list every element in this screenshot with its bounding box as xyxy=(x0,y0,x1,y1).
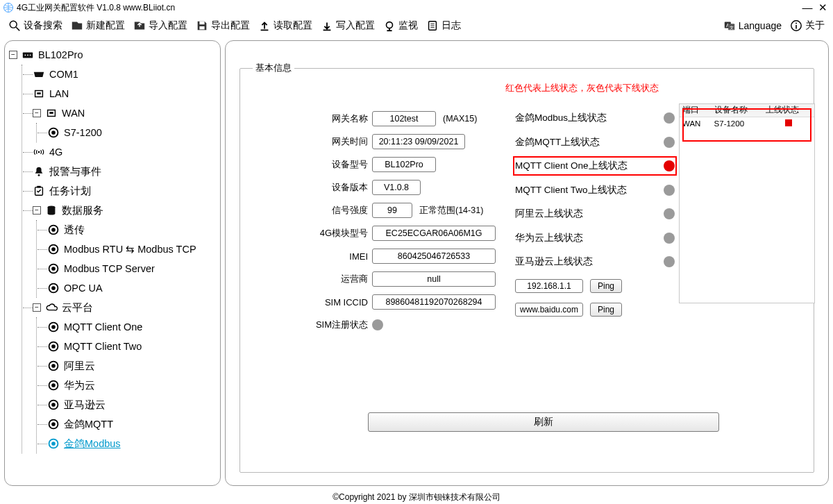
collapse-icon[interactable]: − xyxy=(33,206,41,215)
toolbar-import[interactable]: 导入配置 xyxy=(129,16,192,35)
svg-point-29 xyxy=(38,151,40,153)
tree-com1[interactable]: COM1 xyxy=(22,65,217,84)
module-value: EC25ECGAR06A06M1G xyxy=(372,226,496,241)
svg-rect-32 xyxy=(37,186,40,188)
device-tree[interactable]: − BL102Pro COM1 LAN −WAN S7-1200 4G 报警与事… xyxy=(4,40,221,486)
status-label: 金鸽Modbus上线状态 xyxy=(515,112,657,124)
bullet-icon xyxy=(47,360,60,372)
collapse-icon[interactable]: − xyxy=(33,303,41,312)
wan-icon xyxy=(45,107,58,119)
search-icon xyxy=(8,19,21,32)
toolbar-write[interactable]: 写入配置 xyxy=(317,16,379,35)
status-row: 金鸽Modbus上线状态 xyxy=(515,110,675,126)
tree-cloud-hw[interactable]: 华为云 xyxy=(37,376,217,395)
ping-address[interactable]: www.baidu.com xyxy=(515,303,583,317)
toolbar-search[interactable]: 设备搜索 xyxy=(4,16,67,35)
row-carrier: 运营商null xyxy=(312,271,507,287)
task-icon xyxy=(33,185,45,197)
svg-point-39 xyxy=(51,267,56,271)
tree-svc-modbus[interactable]: Modbus RTU ⇆ Modbus TCP xyxy=(37,240,217,259)
bullet-icon xyxy=(47,262,60,275)
toolbar-read[interactable]: 读取配置 xyxy=(254,16,317,35)
cloud-icon xyxy=(45,301,58,314)
toolbar-monitor[interactable]: 监视 xyxy=(379,16,422,35)
tree-alarm[interactable]: 报警与事件 xyxy=(22,162,217,181)
toolbar-log[interactable]: 日志 xyxy=(422,16,465,35)
ping-button[interactable]: Ping xyxy=(590,279,622,293)
svg-rect-26 xyxy=(49,112,53,114)
tree-services[interactable]: −数据服务 xyxy=(22,201,217,220)
ping-address[interactable]: 192.168.1.1 xyxy=(515,279,583,293)
collapse-icon[interactable]: − xyxy=(9,51,17,59)
toolbar-language[interactable]: A文 Language xyxy=(719,16,786,35)
tree-svc-modbustcp[interactable]: Modbus TCP Server xyxy=(37,259,217,278)
svg-point-28 xyxy=(51,131,56,135)
status-dot xyxy=(664,208,675,219)
download-icon xyxy=(321,19,333,32)
status-row: MQTT Client One上线状态 xyxy=(515,158,675,174)
row-simreg: SIM注册状态 xyxy=(312,317,507,333)
status-row: 亚马逊云上线状态 xyxy=(515,254,675,269)
tree-cloud-client2[interactable]: MQTT Client Two xyxy=(37,337,217,356)
svg-point-20 xyxy=(25,55,26,56)
content-panel: 基本信息 红色代表上线状态，灰色代表下线状态 网关名称102test(MAX15… xyxy=(225,40,829,486)
tree-cloud-ali[interactable]: 阿里云 xyxy=(37,356,217,376)
ping-row: 192.168.1.1Ping xyxy=(515,278,675,294)
tree-cloud-aws[interactable]: 亚马逊云 xyxy=(37,395,217,414)
tree-4g[interactable]: 4G xyxy=(22,142,217,162)
refresh-button[interactable]: 刷新 xyxy=(368,412,719,432)
svg-point-30 xyxy=(38,174,40,176)
svg-point-37 xyxy=(51,247,56,251)
tree-lan[interactable]: LAN xyxy=(22,84,217,103)
close-button[interactable]: ✕ xyxy=(815,1,830,14)
bullet-icon xyxy=(47,379,60,392)
ping-button[interactable]: Ping xyxy=(590,303,622,317)
bullet-icon xyxy=(47,340,60,353)
table-header: 上线状态 xyxy=(763,104,814,117)
tree-wan[interactable]: −WAN xyxy=(22,103,217,123)
tree-svc-opcua[interactable]: OPC UA xyxy=(37,278,217,298)
svg-point-21 xyxy=(27,55,28,56)
status-label: MQTT Client Two上线状态 xyxy=(515,184,657,196)
tree-cloud-client1[interactable]: MQTT Client One xyxy=(37,317,217,337)
tree-svc-trans[interactable]: 透传 xyxy=(37,220,217,240)
row-module: 4G模块型号EC25ECGAR06A06M1G xyxy=(312,225,507,242)
minimize-button[interactable]: — xyxy=(800,1,815,14)
collapse-icon[interactable]: − xyxy=(33,109,41,117)
group-legend: 基本信息 xyxy=(253,62,294,74)
carrier-value: null xyxy=(372,271,496,287)
row-iccid: SIM ICCID89860481192070268294 xyxy=(312,294,507,310)
gateway-icon xyxy=(22,49,34,61)
svg-point-22 xyxy=(30,55,31,56)
bullet-icon xyxy=(47,243,60,255)
tree-cloud-jgmqtt[interactable]: 金鸽MQTT xyxy=(37,414,217,434)
svg-line-2 xyxy=(16,27,19,31)
tree-wan-s7[interactable]: S7-1200 xyxy=(37,123,217,142)
bullet-icon xyxy=(47,282,60,294)
status-label: 阿里云上线状态 xyxy=(515,208,657,220)
basic-info-group: 基本信息 红色代表上线状态，灰色代表下线状态 网关名称102test(MAX15… xyxy=(239,62,814,473)
status-dot xyxy=(664,256,675,267)
tree-task[interactable]: 任务计划 xyxy=(22,181,217,201)
toolbar-about[interactable]: 关于 xyxy=(786,16,829,35)
tree-root[interactable]: − BL102Pro xyxy=(8,45,217,65)
tree-cloud[interactable]: −云平台 xyxy=(22,298,217,317)
bullet-icon xyxy=(47,321,60,333)
status-dot xyxy=(664,160,675,171)
cellular-icon xyxy=(33,146,45,158)
status-note: 红色代表上线状态，灰色代表下线状态 xyxy=(505,83,659,94)
table-row[interactable]: WANS7-1200 xyxy=(680,117,814,131)
save-icon xyxy=(196,19,208,32)
info-icon xyxy=(790,19,802,32)
device-status-table: 端口设备名称上线状态 WANS7-1200 xyxy=(679,103,815,303)
row-imei: IMEI860425046726533 xyxy=(312,248,507,264)
toolbar-export[interactable]: 导出配置 xyxy=(192,16,254,35)
toolbar-new[interactable]: 新建配置 xyxy=(67,16,129,35)
row-gw-name: 网关名称102test(MAX15) xyxy=(312,110,507,127)
svg-point-41 xyxy=(51,286,56,290)
bullet-icon xyxy=(47,437,60,450)
bullet-icon xyxy=(47,398,60,411)
lan-icon xyxy=(33,87,45,100)
tree-cloud-jgmodbus[interactable]: 金鸽Modbus xyxy=(37,434,217,453)
bullet-icon xyxy=(47,224,60,236)
